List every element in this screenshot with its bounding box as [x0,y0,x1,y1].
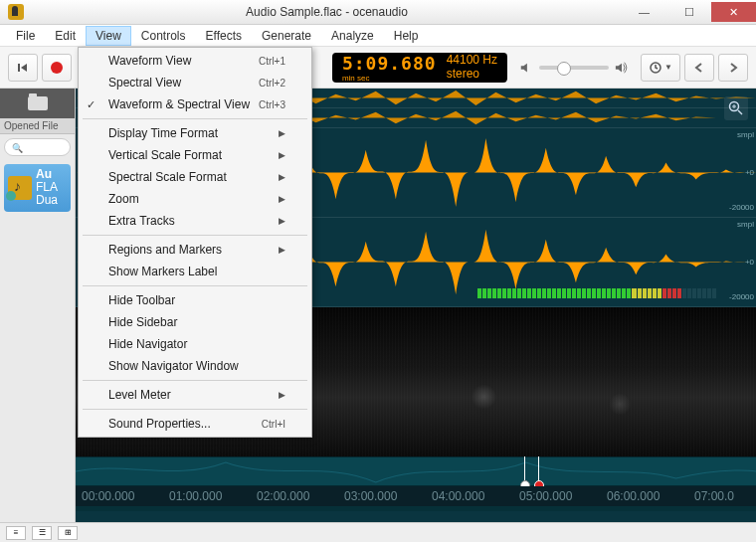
search-input[interactable] [4,138,71,156]
meter-bar [707,288,711,298]
time-ruler[interactable]: 00:00.00001:00.00002:00.00003:00.00004:0… [76,486,756,506]
arrow-left-icon [694,63,704,73]
meter-bar [557,288,561,298]
scale-label: +0 [745,258,754,267]
menu-item-extra-tracks[interactable]: Extra Tracks▶ [81,210,309,232]
navigator[interactable]: 00:00.00001:00.00002:00.00003:00.00004:0… [76,456,756,511]
meter-bar [677,288,681,298]
file-list-item[interactable]: Au FLA Dua [4,164,71,212]
speaker-icon[interactable] [615,61,629,75]
meter-bar [607,288,611,298]
history-button[interactable]: ▼ [641,54,680,82]
folder-icon [28,96,48,110]
menu-controls[interactable]: Controls [131,26,196,46]
audio-format-info: 44100 Hz stereo [447,54,497,80]
menu-separator [83,235,307,236]
menu-item-label: Display Time Format [108,126,218,140]
nav-back-button[interactable] [684,54,714,82]
menu-item-hide-sidebar[interactable]: Hide Sidebar [81,311,309,333]
selection-marker[interactable] [524,456,525,486]
menu-item-sound-properties[interactable]: Sound Properties...Ctrl+I [81,413,309,435]
titlebar: Audio Sample.flac - ocenaudio — ☐ ✕ [0,0,756,25]
menu-item-regions-and-markers[interactable]: Regions and Markers▶ [81,239,309,261]
menu-item-show-markers-label[interactable]: Show Markers Label [81,261,309,282]
view-list-button[interactable]: ≡ [6,526,26,540]
menu-item-label: Waveform View [108,54,191,68]
menu-item-label: Hide Navigator [108,337,187,351]
scale-label: smpl [737,220,754,229]
menu-separator [83,380,307,381]
sidebar: Opened File Au FLA Dua [0,89,76,522]
meter-bar [522,288,526,298]
meter-bar [492,288,496,298]
meter-bar [638,288,642,298]
meter-bar [667,288,671,298]
skip-back-button[interactable] [8,54,38,82]
menu-edit[interactable]: Edit [45,26,86,46]
meter-bar [653,288,657,298]
meter-bar [712,288,716,298]
view-detail-button[interactable]: ☰ [32,526,52,540]
submenu-arrow-icon: ▶ [279,194,285,204]
menu-item-label: Vertical Scale Format [108,148,222,162]
meter-bar [648,288,652,298]
menu-item-hide-navigator[interactable]: Hide Navigator [81,333,309,355]
search-area [4,138,71,156]
menu-help[interactable]: Help [384,26,429,46]
menu-item-waveform-spectral-view[interactable]: ✓Waveform & Spectral ViewCtrl+3 [81,93,309,115]
window-controls: — ☐ ✕ [622,2,756,22]
meter-bar [512,288,516,298]
meter-bar [537,288,541,298]
volume-control [519,61,629,75]
playhead[interactable] [538,456,539,486]
menu-item-label: Zoom [108,192,139,206]
menu-item-spectral-view[interactable]: Spectral ViewCtrl+2 [81,72,309,93]
record-button[interactable] [42,54,72,82]
menu-item-zoom[interactable]: Zoom▶ [81,188,309,210]
meter-bar [587,288,591,298]
meter-bar [482,288,486,298]
close-button[interactable]: ✕ [711,2,756,22]
menu-item-show-navigator-window[interactable]: Show Navigator Window [81,355,309,377]
menu-view[interactable]: View [86,26,131,46]
menu-item-label: Regions and Markers [108,243,222,257]
time-value: 5:09.680 [342,53,437,74]
check-icon [6,191,16,201]
menu-generate[interactable]: Generate [252,26,321,46]
meter-bar [562,288,566,298]
meter-bar [572,288,576,298]
opened-files-label: Opened File [0,118,75,134]
menu-item-label: Spectral View [108,76,181,90]
maximize-button[interactable]: ☐ [666,2,711,22]
menu-item-label: Extra Tracks [108,214,175,228]
view-grid-button[interactable]: ⊞ [58,526,78,540]
submenu-arrow-icon: ▶ [279,150,285,160]
menu-item-display-time-format[interactable]: Display Time Format▶ [81,122,309,144]
meter-bar [632,288,636,298]
minimize-button[interactable]: — [622,2,666,22]
menubar: FileEditViewControlsEffectsGenerateAnaly… [0,25,756,47]
menu-item-waveform-view[interactable]: Waveform ViewCtrl+1 [81,50,309,72]
menu-item-level-meter[interactable]: Level Meter▶ [81,384,309,406]
navigator-wave [76,456,756,486]
folder-button[interactable] [0,89,75,118]
nav-forward-button[interactable] [718,54,748,82]
speaker-mute-icon[interactable] [519,61,533,75]
menu-shortcut: Ctrl+2 [259,78,285,89]
menu-file[interactable]: File [6,26,45,46]
menu-effects[interactable]: Effects [196,26,252,46]
scale-label: smpl [737,130,754,139]
ruler-tick: 06:00.000 [607,489,660,503]
menu-item-vertical-scale-format[interactable]: Vertical Scale Format▶ [81,144,309,166]
file-duration: Dua [36,194,58,207]
channel-mode: stereo [447,68,497,81]
menu-separator [83,285,307,286]
menu-item-spectral-scale-format[interactable]: Spectral Scale Format▶ [81,166,309,188]
volume-slider[interactable] [539,66,609,70]
ruler-tick: 02:00.000 [257,489,309,503]
ruler-tick: 03:00.000 [344,489,397,503]
menu-item-hide-toolbar[interactable]: Hide Toolbar [81,289,309,311]
menu-analyze[interactable]: Analyze [321,26,384,46]
meter-bar [592,288,596,298]
check-icon: ✓ [87,98,95,111]
